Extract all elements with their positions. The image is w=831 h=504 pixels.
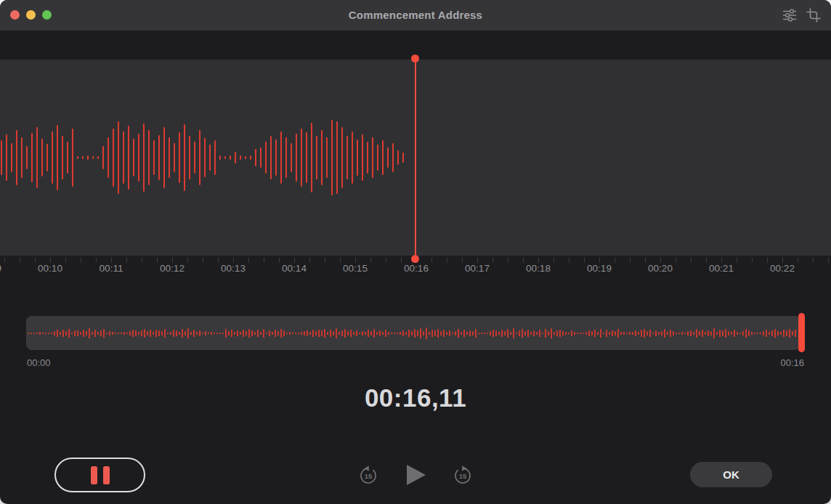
ruler-label: 00:18 <box>526 263 551 274</box>
skip-back-15-button[interactable]: 15 <box>357 464 379 486</box>
waveform-bar <box>204 138 206 177</box>
overview-waveform-bar <box>275 330 276 337</box>
overview-waveform-bar <box>42 333 44 334</box>
waveform-bar <box>128 126 129 190</box>
overview-waveform-bar <box>97 332 99 335</box>
overview-waveform-bar <box>123 332 125 335</box>
overview-waveform-bar <box>89 328 90 338</box>
overview-waveform-bar <box>240 332 241 335</box>
overview-waveform-bar <box>257 330 259 337</box>
ruler-tick <box>248 258 249 263</box>
playhead-bottom-dot[interactable] <box>411 255 419 263</box>
ruler-tick <box>233 258 234 263</box>
overview-waveform-bar <box>370 331 372 336</box>
overview-waveform-bar <box>475 329 477 338</box>
ruler-label: 00:12 <box>160 263 185 274</box>
overview-waveform-bar <box>484 333 485 334</box>
crop-icon[interactable] <box>806 8 821 25</box>
overview-waveform-bar <box>65 331 67 336</box>
waveform-bar <box>179 132 180 183</box>
waveform-bar <box>113 129 114 187</box>
overview-waveform-bar <box>272 332 273 335</box>
ok-button[interactable]: OK <box>690 462 772 487</box>
waveform-bar <box>352 131 353 184</box>
ruler-tick <box>477 258 478 263</box>
overview-waveform-bar <box>588 330 590 336</box>
overview-waveform-bar <box>211 332 212 335</box>
overview-waveform-bar <box>495 330 497 336</box>
waveform-bar <box>16 130 17 185</box>
overview-waveform-bar <box>266 333 267 334</box>
overview-waveform-bar <box>519 330 520 336</box>
overview-waveform-bar <box>397 333 398 334</box>
overview-waveform-bar <box>147 331 148 336</box>
overview-waveform-bar <box>536 332 538 335</box>
scrubber-position-handle[interactable] <box>798 313 805 352</box>
ruler-label: 00:13 <box>221 263 246 274</box>
overview-waveform-bar <box>708 330 709 336</box>
overview-waveform-bar <box>202 333 203 334</box>
ruler-tick <box>386 258 386 263</box>
overview-waveform-bar <box>51 333 52 334</box>
waveform-bar <box>240 155 241 160</box>
pause-button[interactable] <box>54 458 145 492</box>
overview-waveform-bar <box>33 333 35 334</box>
overview-end-time: 00:16 <box>780 357 804 368</box>
overview-waveform-bar <box>434 330 436 336</box>
ruler-tick <box>264 258 264 263</box>
overview-waveform-bar <box>405 332 407 335</box>
ruler-tick <box>294 258 295 263</box>
overview-waveform-bar <box>121 333 122 334</box>
overview-waveform-bar <box>789 329 790 338</box>
ruler-tick <box>111 258 112 263</box>
overview-waveform-bar <box>280 329 282 338</box>
overview-waveform-bar <box>86 331 87 336</box>
overview-waveform-bar <box>376 332 378 335</box>
ruler-tick <box>447 258 447 263</box>
play-button[interactable] <box>406 464 426 486</box>
overview-waveform-bar <box>556 330 558 336</box>
ruler-tick <box>401 258 402 263</box>
overview-waveform-bar <box>60 332 61 335</box>
overview-waveform-bar <box>710 331 712 336</box>
overview-waveform-bar <box>652 333 654 334</box>
voice-memos-window: Commencement Address 00:0900:1000:11 <box>0 0 831 504</box>
overview-waveform-bar <box>269 330 270 336</box>
overview-waveform-bar <box>594 330 596 337</box>
overview-waveform-bar <box>336 328 337 338</box>
overview-waveform-bar <box>254 332 256 335</box>
ruler-tick <box>813 258 814 263</box>
waveform-bar <box>275 139 277 176</box>
waveform-bar <box>133 139 134 176</box>
overview-waveform-bar <box>542 333 543 334</box>
overview-waveform-bar <box>641 330 642 337</box>
waveform-bar <box>235 152 236 163</box>
overview-waveform-bar <box>423 331 424 336</box>
overview-waveform-bar <box>205 331 206 336</box>
ruler-tick <box>569 258 569 263</box>
playhead-top-dot[interactable] <box>411 54 419 62</box>
overview-waveform-bar <box>298 333 299 334</box>
overview-waveform-bar <box>739 333 741 334</box>
overview-waveform-bar <box>539 330 540 337</box>
overview-waveform-bar <box>301 332 302 335</box>
overview-waveform-bar <box>129 331 131 336</box>
waveform-bar <box>62 136 63 179</box>
overview-waveform-bar <box>71 333 73 334</box>
playhead-line[interactable] <box>415 58 416 259</box>
overview-scrubber[interactable] <box>26 316 800 350</box>
waveform-bar <box>6 134 7 181</box>
skip-forward-15-button[interactable]: 15 <box>452 464 474 486</box>
ruler-tick <box>721 258 722 263</box>
overview-waveform-bar <box>644 329 645 338</box>
waveform-bar <box>199 130 200 185</box>
ruler-tick <box>691 258 692 263</box>
ruler-tick <box>340 258 341 263</box>
overview-waveform-bar <box>353 332 354 335</box>
waveform-bar <box>331 120 333 195</box>
playback-settings-icon[interactable] <box>782 8 798 25</box>
overview-waveform-bar <box>164 329 166 338</box>
waveform-bar <box>36 127 38 188</box>
ruler-tick <box>798 258 798 263</box>
titlebar: Commencement Address <box>0 0 831 31</box>
